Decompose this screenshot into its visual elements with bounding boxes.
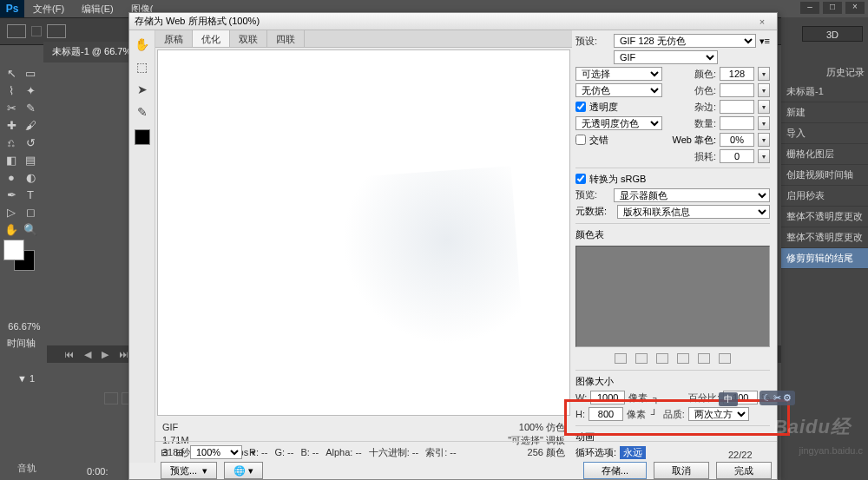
history-item[interactable]: 创建视频时间轴 xyxy=(781,165,868,186)
width-input[interactable] xyxy=(590,391,625,404)
crop-tool[interactable]: ✂ xyxy=(2,99,21,116)
tab-2up[interactable]: 双联 xyxy=(230,30,267,47)
eyedropper-color-swatch[interactable] xyxy=(135,129,150,145)
heal-tool[interactable]: ✚ xyxy=(2,116,21,134)
preset-select[interactable]: GIF 128 无仿色 xyxy=(614,34,756,48)
dither-select[interactable]: 无仿色 xyxy=(575,83,662,97)
slice-tool-icon[interactable]: ⬚ xyxy=(134,58,151,76)
lossy-stepper-icon[interactable]: ▾ xyxy=(758,149,770,163)
marquee-option-icon[interactable] xyxy=(47,24,66,38)
ct-icon[interactable] xyxy=(698,353,710,364)
metadata-select[interactable]: 版权和联系信息 xyxy=(617,205,770,219)
tool-preset-icon[interactable] xyxy=(7,24,26,38)
3d-button[interactable]: 3D xyxy=(802,26,863,42)
lasso-tool[interactable]: ⌇ xyxy=(2,82,21,99)
preview-mode-select[interactable]: 显示器颜色 xyxy=(614,188,770,202)
cancel-button[interactable]: 取消 xyxy=(654,462,709,479)
document-tab[interactable]: 未标题-1 @ 66.7% xyxy=(43,42,140,62)
zoom-tool[interactable]: 🔍 xyxy=(21,220,40,238)
moon-icon[interactable]: ☾ xyxy=(763,392,772,404)
dodge-tool[interactable]: ◐ xyxy=(21,168,40,186)
transparency-checkbox[interactable] xyxy=(575,102,586,112)
interlace-checkbox[interactable] xyxy=(575,135,586,145)
type-tool[interactable]: T xyxy=(21,186,40,203)
blur-tool[interactable]: ● xyxy=(2,168,21,186)
timeline-frame-item[interactable]: ▼ 1 xyxy=(17,373,35,384)
pen-tool[interactable]: ✒ xyxy=(2,186,21,203)
tl-play-icon[interactable]: ▶ xyxy=(102,349,108,360)
ct-icon[interactable] xyxy=(615,353,627,364)
colors-stepper-icon[interactable]: ▾ xyxy=(758,67,770,81)
eraser-tool[interactable]: ◧ xyxy=(2,151,21,168)
history-item[interactable]: 启用秒表 xyxy=(781,186,868,207)
marquee-tool[interactable]: ▭ xyxy=(21,64,40,82)
maximize-button[interactable]: □ xyxy=(823,2,842,14)
quality-select[interactable]: 两次立方 xyxy=(688,407,749,421)
history-item[interactable]: 导入 xyxy=(781,123,868,144)
tab-optimized[interactable]: 优化 xyxy=(193,30,230,47)
dialog-titlebar[interactable]: 存储为 Web 所用格式 (100%) × xyxy=(129,13,777,30)
ct-icon[interactable] xyxy=(635,353,648,364)
dither-stepper-icon[interactable]: ▾ xyxy=(758,83,770,97)
history-item[interactable]: 栅格化图层 xyxy=(781,144,868,165)
tool-preset-dropdown[interactable] xyxy=(31,26,42,36)
tl-first-icon[interactable]: ⏮ xyxy=(64,349,74,359)
ct-icon[interactable] xyxy=(656,353,668,364)
history-brush-tool[interactable]: ↺ xyxy=(21,134,40,151)
color-swatches[interactable] xyxy=(3,240,38,274)
reduction-select[interactable]: 可选择 xyxy=(575,67,662,81)
menu-edit[interactable]: 编辑(E) xyxy=(73,3,122,16)
tl-op-icon[interactable] xyxy=(104,392,118,404)
dialog-close-icon[interactable]: × xyxy=(753,16,772,27)
ct-trash-icon[interactable] xyxy=(719,353,731,364)
close-button[interactable]: × xyxy=(845,2,865,14)
path-tool[interactable]: ▷ xyxy=(2,203,21,220)
preset-menu-icon[interactable]: ▾≡ xyxy=(760,36,770,47)
gear-tray-icon[interactable]: ⚙ xyxy=(783,392,792,404)
preview-button[interactable]: 预览...▾ xyxy=(161,462,217,479)
lossy-input[interactable] xyxy=(720,149,754,163)
scissors-tray-icon[interactable]: ✂ xyxy=(773,392,781,404)
colors-input[interactable] xyxy=(720,67,754,81)
zoom-out-icon[interactable]: ⊟ xyxy=(161,447,168,458)
zoom-in-icon[interactable]: ⊞ xyxy=(175,447,183,458)
history-item[interactable]: 整体不透明度更改 xyxy=(781,227,868,248)
eyedropper-tool[interactable]: ✎ xyxy=(21,99,40,116)
preview-canvas[interactable] xyxy=(157,49,570,416)
ct-icon[interactable] xyxy=(677,353,689,364)
history-item[interactable]: 未标题-1 xyxy=(781,82,868,102)
tl-prev-icon[interactable]: ◀ xyxy=(84,349,91,360)
gradient-tool[interactable]: ▤ xyxy=(21,151,40,168)
save-button[interactable]: 存储... xyxy=(583,462,647,479)
stamp-tool[interactable]: ⎌ xyxy=(2,134,21,151)
done-button[interactable]: 完成 xyxy=(716,462,772,479)
move-tool[interactable]: ↖ xyxy=(2,64,21,82)
color-table[interactable] xyxy=(575,246,770,348)
websnap-stepper-icon[interactable]: ▾ xyxy=(758,133,770,147)
amount-stepper-icon[interactable]: ▾ xyxy=(758,116,770,130)
ime-indicator[interactable]: 中 xyxy=(719,392,738,406)
zoom-tool-icon[interactable]: ➤ xyxy=(134,81,151,98)
srgb-checkbox[interactable] xyxy=(575,174,586,184)
websnap-input[interactable] xyxy=(720,133,754,147)
history-item-selected[interactable]: 修剪剪辑的结尾 xyxy=(781,248,868,269)
zoom-level-display[interactable]: 66.67% xyxy=(3,321,45,332)
shape-tool[interactable]: ◻ xyxy=(21,203,40,220)
trans-dither-select[interactable]: 无透明度仿色 xyxy=(575,116,662,130)
tab-original[interactable]: 原稿 xyxy=(155,30,193,47)
format-select[interactable]: GIF xyxy=(614,50,718,64)
matte-input[interactable] xyxy=(720,100,754,114)
eyedropper-tool-icon[interactable]: ✎ xyxy=(134,103,151,121)
tab-4up[interactable]: 四联 xyxy=(267,30,305,47)
hand-tool[interactable]: ✋ xyxy=(2,220,21,238)
height-input[interactable] xyxy=(589,407,623,421)
zoom-select[interactable]: 100% xyxy=(190,445,242,459)
tl-next-icon[interactable]: ⏭ xyxy=(119,349,128,359)
minimize-button[interactable]: – xyxy=(800,2,819,14)
matte-dd-icon[interactable]: ▾ xyxy=(758,100,770,114)
brush-tool[interactable]: 🖌 xyxy=(21,116,40,134)
browser-preview-icon[interactable]: 🌐 ▾ xyxy=(224,462,263,479)
history-item[interactable]: 新建 xyxy=(781,102,868,123)
fg-color-swatch[interactable] xyxy=(3,240,24,260)
hand-tool-icon[interactable]: ✋ xyxy=(134,36,151,53)
